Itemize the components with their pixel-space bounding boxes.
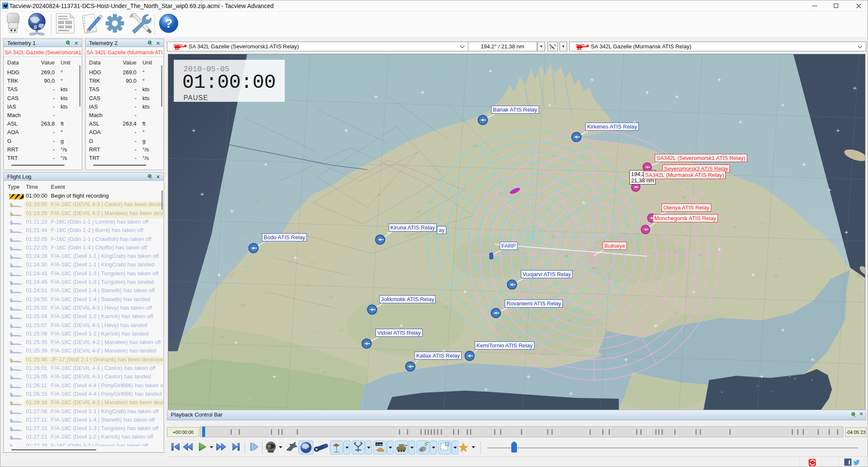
svg-text:★: ★ bbox=[459, 441, 468, 454]
svg-text:Fl.Bnch: Fl.Bnch bbox=[376, 443, 385, 446]
svg-text:?: ? bbox=[165, 16, 172, 30]
